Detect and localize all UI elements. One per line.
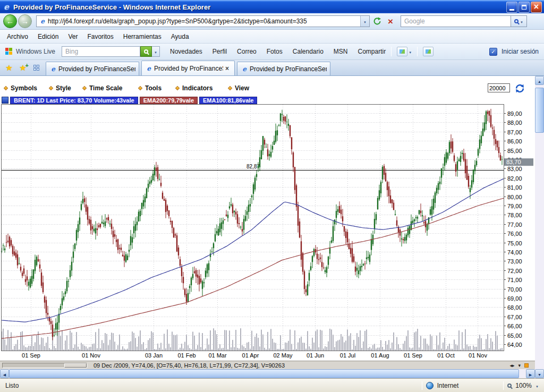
menu-label: View <box>235 84 249 92</box>
live-link-novedades[interactable]: Novedades <box>170 48 202 55</box>
diamond-icon <box>82 86 87 90</box>
url-history-dropdown[interactable] <box>360 16 369 27</box>
svg-text:74,00: 74,00 <box>507 249 522 255</box>
svg-text:01 Nov: 01 Nov <box>469 352 487 359</box>
svg-text:64,00: 64,00 <box>507 342 522 348</box>
search-options-caret-icon[interactable] <box>520 18 523 25</box>
search-icon <box>514 19 518 23</box>
url-text[interactable]: http://j64.forexpf.ru/delta/graph_popup.… <box>48 18 360 25</box>
menu-tools[interactable]: Tools <box>139 84 162 92</box>
sync-icon <box>515 83 525 93</box>
tab-close-button[interactable] <box>223 64 231 72</box>
tab-3[interactable]: Provided by ProFinanceService <box>237 62 330 75</box>
menu-archivo[interactable]: Archivo <box>2 31 33 42</box>
svg-text:70,00: 70,00 <box>507 286 522 293</box>
ie-favicon-icon <box>49 65 57 73</box>
forward-button[interactable] <box>18 14 32 28</box>
svg-text:85,00: 85,00 <box>507 148 522 154</box>
zoom-caret-icon[interactable] <box>536 382 539 389</box>
quick-tabs-icon <box>33 65 40 72</box>
menu-time-scale[interactable]: Time Scale <box>83 84 122 92</box>
chart-scroll-slider[interactable] <box>2 363 87 368</box>
live-link-correo[interactable]: Correo <box>237 48 257 55</box>
scroll-left-button[interactable] <box>0 369 9 378</box>
live-link-calendario[interactable]: Calendario <box>293 48 324 55</box>
separator <box>422 381 422 390</box>
live-link-perfil[interactable]: Perfil <box>212 48 227 55</box>
search-button[interactable] <box>511 15 527 27</box>
browser-window: Provided by ProFinanceService - Windows … <box>0 0 544 392</box>
menu-edicion[interactable]: Edición <box>33 31 63 42</box>
triangle-right-icon <box>529 370 532 378</box>
live-photos-tool-button[interactable] <box>397 47 407 56</box>
svg-text:01 Aug: 01 Aug <box>371 352 389 359</box>
gallery-icon <box>426 49 431 54</box>
svg-text:01 Apr: 01 Apr <box>242 352 259 359</box>
back-arrow-icon <box>6 17 14 25</box>
close-button[interactable] <box>531 2 542 13</box>
horizontal-scroll-track[interactable] <box>519 369 526 378</box>
tab-2-active[interactable]: Provided by ProFinanceS... <box>141 61 235 75</box>
chart-scroll-thumb[interactable] <box>64 363 87 368</box>
chart-status-icons <box>509 363 529 368</box>
chevron-down-icon <box>154 48 157 55</box>
scroll-up-button[interactable] <box>535 76 544 85</box>
search-input[interactable]: Google <box>401 15 511 27</box>
ie-logo-icon <box>2 3 11 11</box>
scroll-down-button[interactable] <box>535 369 544 378</box>
svg-text:01 Mar: 01 Mar <box>208 352 227 359</box>
menu-symbols[interactable]: Symbols <box>4 84 37 92</box>
bing-search-input[interactable]: Bing <box>62 46 140 57</box>
maximize-button[interactable] <box>518 2 530 13</box>
menu-view[interactable]: View <box>228 84 249 92</box>
collapse-icon[interactable] <box>518 363 521 368</box>
menu-herramientas[interactable]: Herramientas <box>118 31 166 42</box>
diamond-icon <box>4 86 8 90</box>
menu-style[interactable]: Style <box>49 84 71 92</box>
vertical-scroll-thumb[interactable] <box>535 88 544 133</box>
stop-icon <box>388 17 393 26</box>
amount-input[interactable] <box>488 83 510 92</box>
menu-indicators[interactable]: Indicators <box>176 84 212 92</box>
zone-label: Internet <box>437 382 459 389</box>
chart-type-icon[interactable] <box>2 97 8 104</box>
horizontal-scroll-thumb[interactable] <box>9 369 519 378</box>
maximize-icon <box>522 5 526 10</box>
triangle-left-icon <box>3 370 6 378</box>
menu-bar: Archivo Edición Ver Favoritos Herramient… <box>0 30 544 44</box>
horizontal-scrollbar[interactable] <box>0 369 535 378</box>
scroll-right-button[interactable] <box>526 369 535 378</box>
vertical-scroll-track[interactable] <box>535 85 544 369</box>
stop-button[interactable] <box>385 15 396 27</box>
price-chart[interactable]: 89,0088,0087,0086,0085,0084,0083,0082,00… <box>0 104 535 360</box>
sign-in-link[interactable]: Iniciar sesión <box>502 48 539 55</box>
favorites-center-button[interactable] <box>2 62 16 74</box>
live-link-msn[interactable]: MSN <box>334 48 348 55</box>
live-link-compartir[interactable]: Compartir <box>358 48 386 55</box>
title-bar[interactable]: Provided by ProFinanceService - Windows … <box>0 0 544 13</box>
url-field[interactable]: http://j64.forexpf.ru/delta/graph_popup.… <box>36 15 370 27</box>
bing-search-caret[interactable] <box>152 46 160 57</box>
expand-arrows-icon[interactable] <box>509 363 514 368</box>
live-extras-tool-button[interactable] <box>423 47 434 56</box>
menu-ver[interactable]: Ver <box>63 31 82 42</box>
vertical-scrollbar[interactable] <box>535 76 544 378</box>
bing-search-button[interactable] <box>140 46 152 57</box>
svg-text:86,00: 86,00 <box>507 138 522 144</box>
menu-ayuda[interactable]: Ayuda <box>166 31 194 42</box>
svg-text:78,00: 78,00 <box>507 212 522 218</box>
refresh-button[interactable] <box>371 15 383 27</box>
chart-refresh-button[interactable] <box>513 82 526 94</box>
chevron-down-icon[interactable] <box>409 48 412 55</box>
svg-text:01 Feb: 01 Feb <box>177 352 196 359</box>
tab-1[interactable]: Provided by ProFinanceService <box>46 62 139 75</box>
minimize-button[interactable] <box>506 2 517 13</box>
live-link-fotos[interactable]: Fotos <box>267 48 283 55</box>
menu-favoritos[interactable]: Favoritos <box>82 31 118 42</box>
zoom-level[interactable]: 100% <box>515 382 532 389</box>
add-favorite-button[interactable] <box>16 62 30 74</box>
back-button[interactable] <box>3 14 17 28</box>
svg-text:71,00: 71,00 <box>507 277 522 283</box>
refresh-icon <box>373 17 381 25</box>
quick-tabs-button[interactable] <box>30 62 44 74</box>
